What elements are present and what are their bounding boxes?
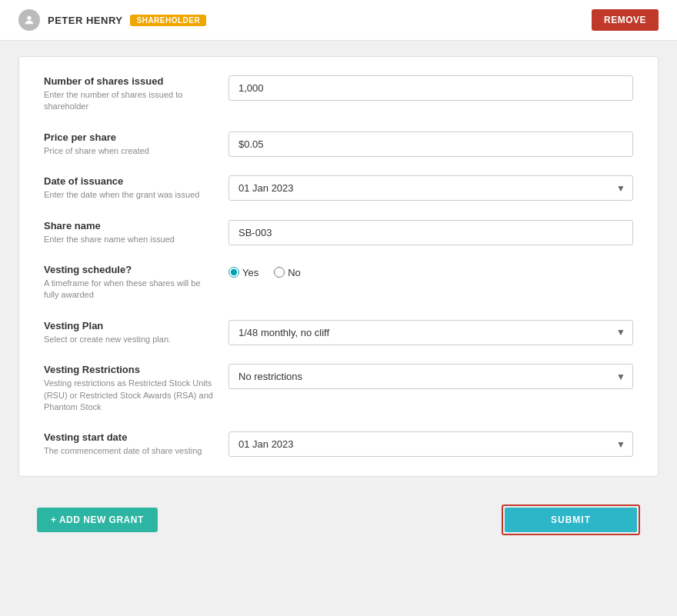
vesting-yes-radio[interactable]	[228, 267, 239, 278]
user-name: PETER HENRY	[48, 15, 122, 26]
date-of-issuance-row: Date of issuance Enter the date when the…	[44, 175, 633, 201]
vesting-plan-select[interactable]: 1/48 monthly, no cliff	[228, 320, 633, 345]
shares-issued-input[interactable]	[228, 75, 633, 101]
price-per-share-row: Price per share Price of share when crea…	[44, 132, 633, 157]
bottom-actions: + ADD NEW GRANT SUBMIT	[18, 492, 659, 548]
vesting-restrictions-select[interactable]: No restrictions RSU RSA Phantom Stock	[228, 364, 633, 389]
vesting-start-date-row: Vesting start date The commencement date…	[44, 431, 633, 457]
user-info: PETER HENRY SHAREHOLDER	[18, 9, 206, 31]
submit-button-wrapper: SUBMIT	[502, 504, 640, 535]
share-name-row: Share name Enter the share name when iss…	[44, 220, 633, 245]
date-of-issuance-select[interactable]: 01 Jan 2023	[228, 175, 633, 201]
vesting-schedule-hint: A timeframe for when these shares will b…	[44, 278, 213, 301]
price-per-share-hint: Price of share when created	[44, 145, 213, 157]
vesting-start-date-select[interactable]: 01 Jan 2023	[228, 431, 633, 457]
vesting-schedule-label: Vesting schedule?	[44, 264, 213, 275]
shares-issued-hint: Enter the number of shares issued to sha…	[44, 89, 213, 113]
price-per-share-input[interactable]	[228, 132, 633, 157]
vesting-no-radio[interactable]	[274, 267, 285, 278]
shareholder-badge: SHAREHOLDER	[130, 15, 206, 26]
form-card: Number of shares issued Enter the number…	[18, 56, 659, 477]
vesting-restrictions-row: Vesting Restrictions Vesting restriction…	[44, 364, 633, 413]
vesting-no-label: No	[288, 267, 301, 278]
vesting-schedule-row: Vesting schedule? A timeframe for when t…	[44, 264, 633, 301]
date-of-issuance-label: Date of issuance	[44, 175, 213, 187]
shares-issued-row: Number of shares issued Enter the number…	[44, 75, 633, 113]
add-new-grant-button[interactable]: + ADD NEW GRANT	[37, 508, 158, 532]
submit-button[interactable]: SUBMIT	[505, 508, 637, 532]
share-name-input[interactable]	[228, 220, 633, 245]
vesting-no-option[interactable]: No	[274, 267, 301, 278]
vesting-yes-label: Yes	[242, 267, 258, 278]
header: PETER HENRY SHAREHOLDER REMOVE	[0, 0, 677, 41]
vesting-start-date-label: Vesting start date	[44, 431, 213, 443]
vesting-plan-hint: Select or create new vesting plan.	[44, 334, 213, 345]
vesting-schedule-radio-group: Yes No	[228, 264, 633, 278]
vesting-plan-row: Vesting Plan Select or create new vestin…	[44, 320, 633, 345]
vesting-restrictions-label: Vesting Restrictions	[44, 364, 213, 375]
avatar	[18, 9, 40, 31]
vesting-plan-label: Vesting Plan	[44, 320, 213, 331]
price-per-share-label: Price per share	[44, 132, 213, 143]
date-of-issuance-hint: Enter the date when the grant was issued	[44, 189, 213, 201]
vesting-restrictions-hint: Vesting restrictions as Restricted Stock…	[44, 378, 213, 413]
shares-issued-label: Number of shares issued	[44, 75, 213, 87]
share-name-label: Share name	[44, 220, 213, 231]
svg-point-0	[27, 16, 31, 20]
remove-button[interactable]: REMOVE	[592, 9, 659, 31]
vesting-yes-option[interactable]: Yes	[228, 267, 258, 278]
main-content: Number of shares issued Enter the number…	[0, 41, 677, 563]
share-name-hint: Enter the share name when issued	[44, 234, 213, 245]
vesting-start-date-hint: The commencement date of share vesting	[44, 445, 213, 457]
